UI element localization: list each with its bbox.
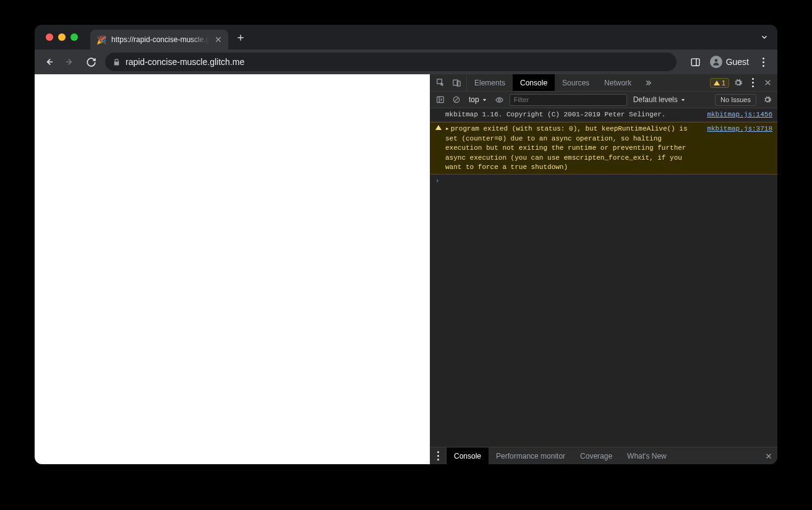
tab-elements[interactable]: Elements bbox=[467, 74, 513, 91]
console-warning-row: ▸program exited (with status: 0), but ke… bbox=[430, 122, 777, 175]
levels-label: Default levels bbox=[633, 95, 678, 104]
warning-message: ▸program exited (with status: 0), but ke… bbox=[445, 124, 699, 172]
warning-icon bbox=[714, 80, 720, 85]
toolbar: rapid-concise-muscle.glitch.me Guest bbox=[35, 50, 777, 74]
devtools-panel: Elements Console Sources Network 1 bbox=[430, 74, 777, 464]
toolbar-right: Guest bbox=[686, 53, 772, 71]
devtools-tabbar: Elements Console Sources Network 1 bbox=[430, 74, 777, 92]
window-controls bbox=[40, 33, 84, 41]
address-bar[interactable]: rapid-concise-muscle.glitch.me bbox=[105, 53, 677, 71]
lock-icon bbox=[113, 58, 121, 66]
devtools-menu-icon[interactable] bbox=[746, 77, 759, 89]
warning-count: 1 bbox=[722, 79, 725, 87]
svg-point-15 bbox=[498, 98, 501, 101]
clear-console-icon[interactable] bbox=[450, 93, 463, 106]
drawer-menu-icon[interactable] bbox=[430, 447, 447, 464]
tab-console[interactable]: Console bbox=[513, 74, 555, 91]
console-log-row: mkbitmap 1.16. Copyright (C) 2001-2019 P… bbox=[430, 108, 777, 122]
forward-button[interactable] bbox=[61, 53, 79, 71]
content-area: Elements Console Sources Network 1 bbox=[35, 74, 777, 464]
tab-favicon-icon: 🎉 bbox=[96, 35, 106, 45]
maximize-window-button[interactable] bbox=[71, 33, 78, 41]
back-button[interactable] bbox=[40, 53, 58, 71]
issues-label: No Issues bbox=[720, 96, 751, 103]
expand-caret-icon[interactable]: ▸ bbox=[445, 125, 450, 132]
page-viewport[interactable] bbox=[35, 74, 430, 464]
browser-menu-button[interactable] bbox=[754, 53, 772, 71]
issues-button[interactable]: No Issues bbox=[715, 94, 756, 106]
tab-network[interactable]: Network bbox=[597, 74, 639, 91]
console-output[interactable]: mkbitmap 1.16. Copyright (C) 2001-2019 P… bbox=[430, 108, 777, 447]
inspect-element-icon[interactable] bbox=[434, 77, 447, 89]
devtools-close-icon[interactable] bbox=[761, 77, 774, 89]
browser-tab[interactable]: 🎉 https://rapid-concise-muscle.g ✕ bbox=[90, 30, 228, 50]
tabs-overflow-icon[interactable] bbox=[760, 25, 769, 50]
avatar-icon bbox=[710, 56, 722, 68]
toggle-sidebar-icon[interactable] bbox=[434, 93, 447, 106]
console-settings-icon[interactable] bbox=[761, 93, 774, 106]
console-prompt[interactable]: › bbox=[430, 175, 777, 187]
drawer-tab-whats-new[interactable]: What's New bbox=[620, 447, 674, 464]
tab-strip: 🎉 https://rapid-concise-muscle.g ✕ ＋ bbox=[35, 25, 777, 50]
browser-window: 🎉 https://rapid-concise-muscle.g ✕ ＋ bbox=[35, 25, 777, 464]
close-window-button[interactable] bbox=[46, 33, 53, 41]
profile-button[interactable]: Guest bbox=[710, 56, 749, 68]
drawer-tab-coverage[interactable]: Coverage bbox=[573, 447, 620, 464]
warning-icon bbox=[435, 125, 442, 130]
log-levels-selector[interactable]: Default levels bbox=[633, 95, 686, 104]
tab-sources[interactable]: Sources bbox=[555, 74, 597, 91]
profile-label: Guest bbox=[726, 57, 749, 67]
drawer-tab-console[interactable]: Console bbox=[447, 447, 489, 464]
warning-source-link[interactable]: mkbitmap.js:3718 bbox=[702, 124, 772, 172]
drawer-close-icon[interactable] bbox=[760, 447, 777, 464]
drawer-tab-performance-monitor[interactable]: Performance monitor bbox=[489, 447, 573, 464]
svg-point-4 bbox=[714, 59, 717, 62]
side-panel-icon[interactable] bbox=[686, 53, 705, 71]
close-tab-icon[interactable]: ✕ bbox=[215, 35, 222, 45]
context-label: top bbox=[469, 95, 479, 104]
log-source-link[interactable]: mkbitmap.js:1456 bbox=[702, 110, 772, 119]
execution-context-selector[interactable]: top bbox=[466, 95, 490, 104]
console-toolbar: top Default levels No Issues bbox=[430, 92, 777, 108]
tab-title: https://rapid-concise-muscle.g bbox=[111, 35, 210, 44]
svg-rect-10 bbox=[437, 97, 444, 102]
reload-button[interactable] bbox=[82, 53, 100, 71]
tabs-more-icon[interactable] bbox=[639, 74, 657, 91]
new-tab-button[interactable]: ＋ bbox=[232, 28, 249, 46]
live-expression-icon[interactable] bbox=[494, 93, 506, 106]
devtools-drawer: Console Performance monitor Coverage Wha… bbox=[430, 447, 777, 464]
minimize-window-button[interactable] bbox=[58, 33, 66, 41]
log-message: mkbitmap 1.16. Copyright (C) 2001-2019 P… bbox=[445, 110, 699, 119]
svg-rect-2 bbox=[691, 58, 699, 65]
svg-marker-14 bbox=[483, 99, 486, 101]
svg-marker-16 bbox=[682, 99, 685, 101]
svg-line-13 bbox=[455, 98, 458, 102]
url-text: rapid-concise-muscle.glitch.me bbox=[126, 57, 244, 67]
prompt-caret-icon: › bbox=[435, 177, 440, 184]
devtools-settings-icon[interactable] bbox=[732, 77, 744, 89]
device-toolbar-icon[interactable] bbox=[450, 77, 463, 89]
warnings-badge[interactable]: 1 bbox=[710, 78, 729, 88]
console-filter-input[interactable] bbox=[510, 94, 627, 106]
